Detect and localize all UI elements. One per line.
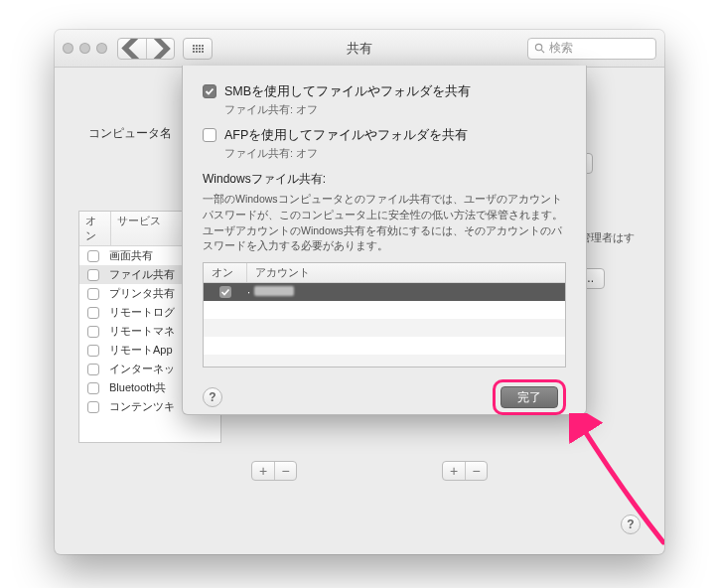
search-field[interactable]: 検索 [527, 38, 656, 60]
service-checkbox[interactable] [87, 250, 99, 262]
afp-status: ファイル共有: オフ [224, 146, 566, 161]
computer-name-label: コンピュータ名 [88, 125, 172, 142]
windows-sharing-title: Windowsファイル共有: [203, 171, 566, 188]
services-col-name: サービス [111, 212, 167, 245]
search-placeholder: 検索 [549, 40, 573, 57]
service-checkbox[interactable] [87, 269, 99, 281]
service-checkbox[interactable] [87, 307, 99, 319]
folders-add-remove: + − [251, 461, 297, 481]
titlebar: 共有 検索 [55, 30, 664, 68]
grid-icon [184, 39, 212, 59]
service-checkbox[interactable] [87, 288, 99, 300]
accounts-header: オン アカウント [204, 263, 565, 283]
service-checkbox[interactable] [87, 364, 99, 375]
search-icon [534, 43, 545, 54]
afp-option[interactable]: AFPを使用してファイルやフォルダを共有 [203, 127, 566, 144]
account-row-empty [204, 301, 565, 319]
preferences-window: 共有 検索 コンピュータ名 編集... オン サービス 画面共有 ファイル共有 … [55, 30, 664, 554]
help-button[interactable]: ? [203, 387, 222, 407]
done-button[interactable]: 完了 [500, 386, 558, 408]
svg-line-1 [541, 50, 544, 53]
service-checkbox[interactable] [87, 401, 99, 413]
account-checkbox[interactable] [219, 286, 231, 298]
show-all-button[interactable] [183, 38, 213, 60]
users-add-remove: + − [442, 461, 488, 481]
window-controls [63, 43, 107, 54]
nav-back-forward[interactable] [117, 38, 175, 60]
smb-label: SMBを使用してファイルやフォルダを共有 [224, 83, 471, 100]
back-button[interactable] [118, 39, 146, 59]
service-checkbox[interactable] [87, 326, 99, 338]
service-checkbox[interactable] [87, 382, 99, 394]
help-button[interactable]: ? [621, 514, 641, 534]
zoom-icon[interactable] [96, 43, 107, 54]
remove-button[interactable]: − [465, 462, 487, 480]
account-row-empty [204, 319, 565, 337]
account-row-empty [204, 337, 565, 355]
svg-point-0 [535, 44, 541, 50]
account-row-empty [204, 355, 565, 368]
smb-checkbox[interactable] [203, 84, 216, 98]
afp-label: AFPを使用してファイルやフォルダを共有 [224, 127, 468, 144]
sheet-footer: ? 完了 [203, 379, 566, 415]
smb-status: ファイル共有: オフ [224, 102, 566, 117]
accounts-col-on: オン [204, 263, 247, 282]
add-button[interactable]: + [252, 462, 274, 480]
accounts-table: オン アカウント · [203, 262, 566, 368]
windows-sharing-description: 一部のWindowsコンピュータとのファイル共有では、ユーザのアカウントパスワー… [203, 192, 566, 254]
account-name: · [247, 286, 294, 298]
afp-checkbox[interactable] [203, 128, 216, 142]
services-col-on: オン [79, 212, 111, 245]
close-icon[interactable] [63, 43, 73, 54]
service-checkbox[interactable] [87, 345, 99, 357]
account-row[interactable]: · [204, 283, 565, 301]
accounts-col-account: アカウント [247, 263, 318, 282]
minimize-icon[interactable] [79, 43, 90, 54]
done-highlight: 完了 [493, 379, 566, 415]
options-sheet: SMBを使用してファイルやフォルダを共有 ファイル共有: オフ AFPを使用して… [182, 66, 587, 415]
remove-button[interactable]: − [274, 462, 296, 480]
add-button[interactable]: + [443, 462, 465, 480]
smb-option[interactable]: SMBを使用してファイルやフォルダを共有 [203, 83, 566, 100]
forward-button[interactable] [146, 39, 174, 59]
